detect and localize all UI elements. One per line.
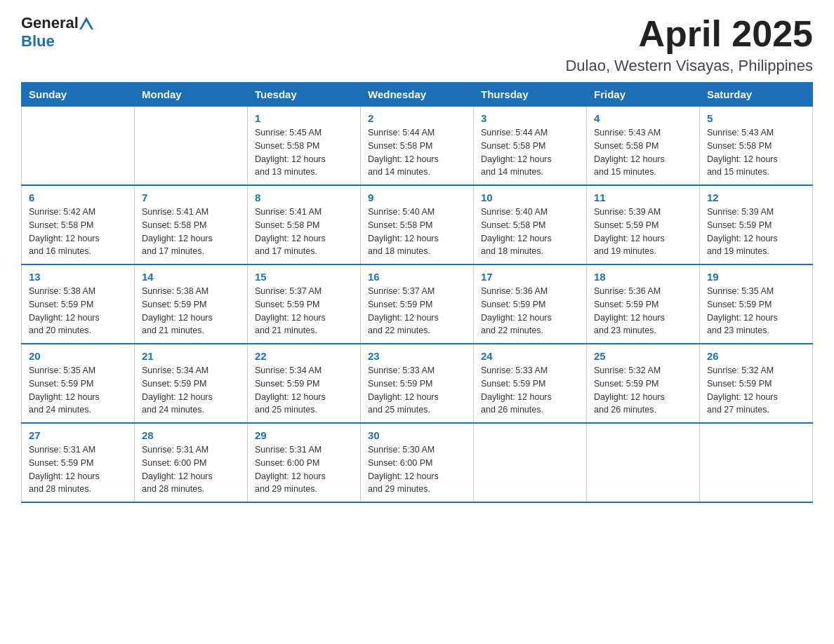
day-number: 8 (255, 192, 353, 203)
calendar-cell (135, 107, 248, 186)
calendar-cell: 20Sunrise: 5:35 AM Sunset: 5:59 PM Dayli… (22, 344, 135, 423)
logo: General Blue (21, 14, 94, 51)
day-number: 30 (368, 429, 466, 441)
day-info: Sunrise: 5:33 AM Sunset: 5:59 PM Dayligh… (481, 364, 579, 417)
day-number: 22 (255, 350, 353, 362)
day-info: Sunrise: 5:36 AM Sunset: 5:59 PM Dayligh… (594, 285, 692, 337)
day-info: Sunrise: 5:36 AM Sunset: 5:59 PM Dayligh… (481, 285, 579, 337)
day-number: 16 (368, 271, 466, 283)
day-info: Sunrise: 5:31 AM Sunset: 6:00 PM Dayligh… (142, 443, 240, 496)
day-number: 17 (481, 271, 579, 283)
header-day-monday: Monday (135, 83, 248, 107)
day-info: Sunrise: 5:40 AM Sunset: 5:58 PM Dayligh… (481, 206, 579, 258)
day-number: 18 (594, 271, 692, 283)
day-info: Sunrise: 5:34 AM Sunset: 5:59 PM Dayligh… (255, 364, 353, 417)
calendar-cell: 4Sunrise: 5:43 AM Sunset: 5:58 PM Daylig… (587, 107, 700, 186)
logo-general-text: General (21, 14, 79, 32)
day-info: Sunrise: 5:44 AM Sunset: 5:58 PM Dayligh… (481, 126, 579, 179)
day-info: Sunrise: 5:35 AM Sunset: 5:59 PM Dayligh… (29, 364, 127, 417)
calendar-week-3: 13Sunrise: 5:38 AM Sunset: 5:59 PM Dayli… (22, 264, 813, 344)
day-number: 12 (707, 192, 805, 203)
calendar-week-5: 27Sunrise: 5:31 AM Sunset: 5:59 PM Dayli… (22, 423, 813, 502)
calendar-cell: 23Sunrise: 5:33 AM Sunset: 5:59 PM Dayli… (361, 344, 474, 423)
calendar-cell: 14Sunrise: 5:38 AM Sunset: 5:59 PM Dayli… (135, 264, 248, 344)
day-info: Sunrise: 5:30 AM Sunset: 6:00 PM Dayligh… (368, 443, 466, 496)
calendar-cell: 15Sunrise: 5:37 AM Sunset: 5:59 PM Dayli… (248, 264, 361, 344)
calendar-cell: 27Sunrise: 5:31 AM Sunset: 5:59 PM Dayli… (22, 423, 135, 502)
calendar-cell: 28Sunrise: 5:31 AM Sunset: 6:00 PM Dayli… (135, 423, 248, 502)
day-number: 1 (255, 112, 353, 124)
day-number: 9 (368, 192, 466, 203)
day-number: 29 (255, 429, 353, 441)
title-block: April 2025 Dulao, Western Visayas, Phili… (565, 14, 813, 75)
day-number: 23 (368, 350, 466, 362)
day-info: Sunrise: 5:39 AM Sunset: 5:59 PM Dayligh… (707, 206, 805, 258)
day-info: Sunrise: 5:37 AM Sunset: 5:59 PM Dayligh… (255, 285, 353, 337)
day-number: 5 (707, 112, 805, 124)
calendar-cell: 17Sunrise: 5:36 AM Sunset: 5:59 PM Dayli… (474, 264, 587, 344)
day-info: Sunrise: 5:42 AM Sunset: 5:58 PM Dayligh… (29, 206, 127, 258)
calendar-week-1: 1Sunrise: 5:45 AM Sunset: 5:58 PM Daylig… (22, 107, 813, 186)
day-number: 27 (29, 429, 127, 441)
logo-blue-text: Blue (21, 32, 55, 51)
calendar-cell: 24Sunrise: 5:33 AM Sunset: 5:59 PM Dayli… (474, 344, 587, 423)
page-title: April 2025 (565, 14, 813, 54)
logo-triangle-icon (79, 15, 94, 31)
calendar-cell (474, 423, 587, 502)
day-info: Sunrise: 5:45 AM Sunset: 5:58 PM Dayligh… (255, 126, 353, 179)
calendar-cell (22, 107, 135, 186)
day-number: 19 (707, 271, 805, 283)
day-info: Sunrise: 5:44 AM Sunset: 5:58 PM Dayligh… (368, 126, 466, 179)
day-info: Sunrise: 5:38 AM Sunset: 5:59 PM Dayligh… (142, 285, 240, 337)
day-number: 3 (481, 112, 579, 124)
day-number: 2 (368, 112, 466, 124)
calendar-cell: 1Sunrise: 5:45 AM Sunset: 5:58 PM Daylig… (248, 107, 361, 186)
day-number: 6 (29, 192, 127, 203)
page-header: General Blue April 2025 Dulao, Western V… (21, 14, 813, 75)
header-day-thursday: Thursday (474, 83, 587, 107)
calendar-cell: 2Sunrise: 5:44 AM Sunset: 5:58 PM Daylig… (361, 107, 474, 186)
day-number: 26 (707, 350, 805, 362)
calendar-cell: 13Sunrise: 5:38 AM Sunset: 5:59 PM Dayli… (22, 264, 135, 344)
header-row: SundayMondayTuesdayWednesdayThursdayFrid… (22, 83, 813, 107)
calendar-cell: 5Sunrise: 5:43 AM Sunset: 5:58 PM Daylig… (700, 107, 813, 186)
header-day-wednesday: Wednesday (361, 83, 474, 107)
day-info: Sunrise: 5:41 AM Sunset: 5:58 PM Dayligh… (142, 206, 240, 258)
day-number: 10 (481, 192, 579, 203)
day-info: Sunrise: 5:43 AM Sunset: 5:58 PM Dayligh… (707, 126, 805, 179)
calendar-cell: 11Sunrise: 5:39 AM Sunset: 5:59 PM Dayli… (587, 185, 700, 264)
header-day-sunday: Sunday (22, 83, 135, 107)
calendar-cell: 30Sunrise: 5:30 AM Sunset: 6:00 PM Dayli… (361, 423, 474, 502)
calendar-cell: 16Sunrise: 5:37 AM Sunset: 5:59 PM Dayli… (361, 264, 474, 344)
calendar-cell: 29Sunrise: 5:31 AM Sunset: 6:00 PM Dayli… (248, 423, 361, 502)
day-number: 21 (142, 350, 240, 362)
day-number: 24 (481, 350, 579, 362)
day-info: Sunrise: 5:41 AM Sunset: 5:58 PM Dayligh… (255, 206, 353, 258)
calendar-cell: 26Sunrise: 5:32 AM Sunset: 5:59 PM Dayli… (700, 344, 813, 423)
day-info: Sunrise: 5:31 AM Sunset: 5:59 PM Dayligh… (29, 443, 127, 496)
day-info: Sunrise: 5:35 AM Sunset: 5:59 PM Dayligh… (707, 285, 805, 337)
header-day-friday: Friday (587, 83, 700, 107)
calendar-header: SundayMondayTuesdayWednesdayThursdayFrid… (22, 83, 813, 107)
header-day-saturday: Saturday (700, 83, 813, 107)
calendar-cell: 6Sunrise: 5:42 AM Sunset: 5:58 PM Daylig… (22, 185, 135, 264)
day-info: Sunrise: 5:34 AM Sunset: 5:59 PM Dayligh… (142, 364, 240, 417)
day-info: Sunrise: 5:31 AM Sunset: 6:00 PM Dayligh… (255, 443, 353, 496)
day-number: 13 (29, 271, 127, 283)
day-info: Sunrise: 5:43 AM Sunset: 5:58 PM Dayligh… (594, 126, 692, 179)
calendar-body: 1Sunrise: 5:45 AM Sunset: 5:58 PM Daylig… (22, 107, 813, 503)
calendar-cell: 7Sunrise: 5:41 AM Sunset: 5:58 PM Daylig… (135, 185, 248, 264)
day-number: 11 (594, 192, 692, 203)
day-info: Sunrise: 5:33 AM Sunset: 5:59 PM Dayligh… (368, 364, 466, 417)
page-subtitle: Dulao, Western Visayas, Philippines (565, 57, 813, 75)
day-info: Sunrise: 5:32 AM Sunset: 5:59 PM Dayligh… (594, 364, 692, 417)
calendar-cell: 9Sunrise: 5:40 AM Sunset: 5:58 PM Daylig… (361, 185, 474, 264)
day-number: 28 (142, 429, 240, 441)
day-number: 7 (142, 192, 240, 203)
day-number: 14 (142, 271, 240, 283)
calendar-cell (587, 423, 700, 502)
calendar-cell: 12Sunrise: 5:39 AM Sunset: 5:59 PM Dayli… (700, 185, 813, 264)
calendar-cell: 18Sunrise: 5:36 AM Sunset: 5:59 PM Dayli… (587, 264, 700, 344)
calendar-cell: 10Sunrise: 5:40 AM Sunset: 5:58 PM Dayli… (474, 185, 587, 264)
day-info: Sunrise: 5:38 AM Sunset: 5:59 PM Dayligh… (29, 285, 127, 337)
